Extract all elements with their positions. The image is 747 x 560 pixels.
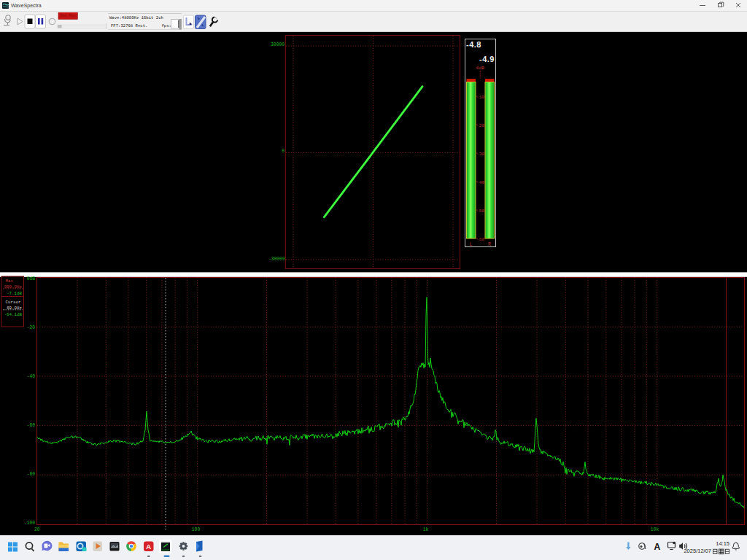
svg-text:-64.1dB: -64.1dB [4,312,23,317]
svg-text:-60: -60 [27,423,36,428]
svg-text:-40: -40 [476,180,484,185]
svg-text:20: 20 [34,527,40,532]
svg-text:-30: -30 [476,152,484,157]
svg-text:-50: -50 [476,209,484,214]
svg-text:100: 100 [192,527,201,532]
svg-text:Rec.Max: Rec.Max [61,14,76,18]
svg-text:-80: -80 [27,472,36,477]
svg-text:10k: 10k [651,527,659,532]
svg-text:0dB: 0dB [27,276,36,281]
svg-text:-10: -10 [476,95,484,100]
svg-text:-100: -100 [24,521,35,526]
svg-text:A: A [146,542,151,551]
svg-text:69.0Hz: 69.0Hz [7,306,22,311]
svg-text:1k: 1k [423,527,429,532]
svg-text:Cursor: Cursor [6,300,21,305]
svg-text:-40: -40 [27,374,36,379]
svg-text:-20: -20 [27,325,36,330]
svg-text:-20: -20 [476,123,484,128]
svg-text:-7.1dB: -7.1dB [7,291,22,296]
svg-text:L: L [470,242,473,247]
svg-text:R: R [488,242,491,247]
svg-text:Max: Max [6,279,14,284]
svg-text:-60: -60 [476,237,484,242]
